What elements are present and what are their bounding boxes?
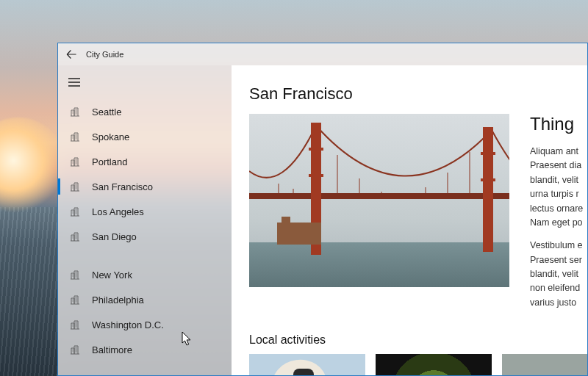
sidebar-item-seattle[interactable]: Seattle [58, 99, 232, 124]
sidebar-item-portland[interactable]: Portland [58, 149, 232, 174]
sidebar-item-philadelphia[interactable]: Philadelphia [58, 287, 232, 312]
sidebar-item-label: Portland [92, 156, 127, 167]
sidebar-item-label: New York [92, 270, 132, 281]
sidebar-item-label: Baltimore [92, 344, 132, 355]
back-button[interactable] [62, 46, 80, 63]
sidebar-item-spokane[interactable]: Spokane [58, 124, 232, 149]
sidebar-item-label: San Diego [92, 231, 137, 242]
city-icon [68, 180, 82, 193]
paragraph-2: Vestibulum ePraesent serblandit, velitno… [530, 239, 587, 310]
sidebar-item-san-francisco[interactable]: San Francisco [58, 174, 232, 199]
sidebar-item-san-diego[interactable]: San Diego [58, 224, 232, 249]
city-icon [70, 106, 80, 117]
city-icon [68, 130, 82, 143]
mouse-cursor [182, 331, 193, 347]
city-icon [68, 230, 82, 243]
hamburger-button[interactable] [60, 70, 89, 95]
city-icon [68, 268, 82, 281]
sidebar-item-label: Philadelphia [92, 294, 144, 306]
app-title: City Guide [86, 50, 123, 59]
section-title: Thing [530, 114, 587, 134]
arrow-left-icon [66, 49, 76, 59]
page-title: San Francisco [249, 84, 587, 104]
activity-thumb-dish[interactable] [376, 354, 492, 375]
city-icon [68, 293, 82, 306]
city-icon [68, 318, 82, 331]
activity-thumb-seal[interactable] [502, 354, 587, 375]
hero-image [249, 114, 509, 287]
sidebar-item-new-york[interactable]: New York [58, 262, 232, 287]
city-icon [70, 206, 80, 217]
sidebar-item-label: San Francisco [92, 181, 153, 192]
sidebar-item-label: Los Angeles [92, 206, 144, 217]
sidebar-item-label: Seattle [92, 106, 121, 118]
city-icon [68, 155, 82, 168]
city-icon [70, 156, 80, 167]
titlebar: City Guide [58, 43, 587, 65]
activity-thumbnails [249, 354, 587, 375]
sidebar-item-baltimore[interactable]: Baltimore [58, 337, 232, 362]
activity-thumb-surfer[interactable] [249, 354, 365, 375]
city-icon [70, 131, 80, 142]
sidebar-item-washington-d-c-[interactable]: Washington D.C. [58, 312, 232, 337]
hamburger-icon [68, 78, 80, 87]
city-icon [68, 205, 82, 218]
city-icon [70, 270, 80, 280]
content-pane: San Francisco [232, 65, 587, 375]
city-icon [70, 231, 80, 242]
sidebar-item-label: Spokane [92, 131, 129, 142]
sidebar-item-label: Washington D.C. [92, 319, 164, 330]
sidebar: SeattleSpokanePortlandSan FranciscoLos A… [58, 65, 232, 375]
city-icon [68, 105, 82, 118]
sidebar-item-los-angeles[interactable]: Los Angeles [58, 199, 232, 224]
city-icon [70, 294, 80, 305]
city-icon [70, 181, 80, 192]
city-icon [70, 344, 80, 355]
paragraph-1: Aliquam antPraesent diablandit, veliturn… [530, 145, 587, 230]
subheading-local-activities: Local activities [249, 333, 587, 347]
article-text: Thing Aliquam antPraesent diablandit, ve… [530, 114, 587, 319]
app-window: City Guide SeattleSpokanePortlandSan Fra… [57, 43, 588, 376]
city-icon [70, 319, 80, 330]
city-icon [68, 343, 82, 356]
